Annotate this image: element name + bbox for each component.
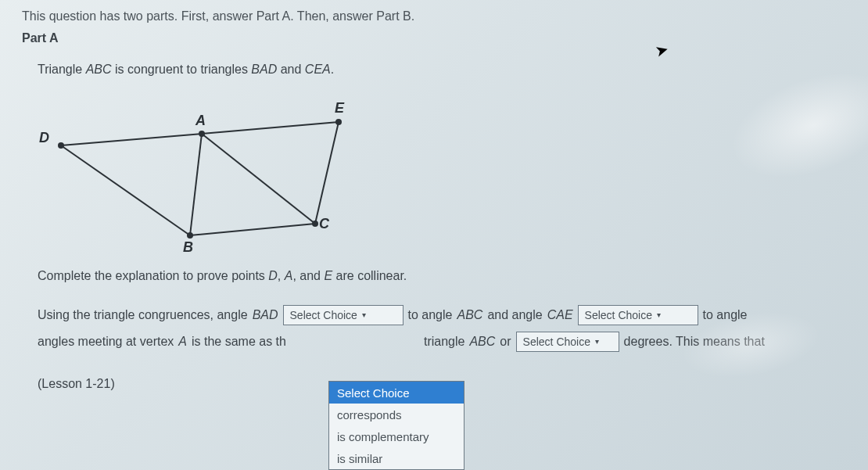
svg-line-1: [202, 122, 339, 134]
vertex-label-c: C: [319, 216, 329, 232]
text: Using the triangle congruences, angle: [38, 302, 248, 328]
point-a: A: [285, 269, 293, 282]
select-1[interactable]: Select Choice ▾: [283, 305, 404, 325]
geometry-figure: D A E B C: [38, 91, 366, 263]
chevron-down-icon: ▾: [362, 302, 366, 328]
text: and angle: [487, 302, 542, 328]
part-a-heading: Part A: [22, 31, 868, 45]
svg-line-6: [315, 122, 339, 224]
svg-line-5: [202, 134, 315, 224]
question-page: This question has two parts. First, answ…: [0, 0, 868, 391]
text: degrees. This means that: [624, 328, 765, 355]
vertex-label-e: E: [335, 100, 344, 117]
dropdown-option-placeholder[interactable]: Select Choice: [329, 382, 464, 404]
text: is congruent to triangles: [112, 63, 252, 76]
explain-prompt: Complete the explanation to prove points…: [38, 269, 868, 283]
text: or: [500, 328, 511, 355]
point-d: D: [268, 269, 278, 282]
select-2-label: Select Choice: [585, 302, 652, 328]
svg-point-10: [187, 232, 193, 239]
point-e: E: [324, 269, 332, 282]
text: , and: [292, 269, 324, 282]
text: to angle: [408, 302, 453, 328]
dropdown-option-similar[interactable]: is similar: [329, 447, 464, 469]
vertex-a: A: [178, 328, 187, 355]
text: Triangle: [38, 63, 86, 76]
chevron-down-icon: ▾: [657, 302, 661, 328]
chevron-down-icon: ▾: [595, 328, 599, 355]
text: and: [277, 63, 305, 76]
angle-abc: ABC: [457, 302, 482, 328]
text: to angle: [703, 302, 748, 328]
angle-cae: CAE: [547, 302, 573, 328]
dropdown-option-complementary[interactable]: is complementary: [329, 425, 464, 447]
select-2[interactable]: Select Choice ▾: [578, 305, 698, 325]
vertex-label-a: A: [195, 113, 206, 129]
vertex-label-b: B: [183, 239, 193, 256]
svg-line-0: [61, 134, 202, 145]
text: is the same as th: [192, 328, 286, 355]
triangle-cea: CEA: [305, 63, 331, 76]
svg-point-8: [199, 131, 205, 137]
triangle-abc-2: ABC: [469, 328, 495, 355]
select-3-dropdown[interactable]: Select Choice corresponds is complementa…: [328, 381, 464, 470]
text: ,: [278, 269, 285, 282]
text: angles meeting at vertex: [38, 328, 174, 355]
dropdown-option-corresponds[interactable]: corresponds: [329, 404, 464, 425]
select-1-label: Select Choice: [290, 302, 357, 328]
svg-point-7: [58, 142, 64, 149]
svg-line-3: [190, 134, 202, 235]
text: .: [331, 63, 334, 76]
select-4-label: Select Choice: [523, 328, 590, 355]
svg-point-11: [312, 221, 318, 227]
select-4[interactable]: Select Choice ▾: [516, 332, 619, 352]
triangle-abc: ABC: [86, 63, 112, 76]
text: triangle: [424, 328, 464, 355]
statement-text: Triangle ABC is congruent to triangles B…: [38, 63, 868, 77]
svg-line-2: [61, 145, 190, 235]
instruction-text: This question has two parts. First, answ…: [22, 9, 868, 23]
fill-line-2: angles meeting at vertex A is the same a…: [38, 328, 868, 355]
triangle-bad: BAD: [251, 63, 277, 76]
text: Complete the explanation to prove points: [38, 269, 268, 282]
svg-point-9: [335, 119, 342, 125]
vertex-label-d: D: [39, 130, 49, 146]
text: are collinear.: [332, 269, 407, 282]
angle-bad: BAD: [253, 302, 278, 328]
fill-line-1: Using the triangle congruences, angle BA…: [38, 302, 868, 328]
fill-in-area: Using the triangle congruences, angle BA…: [38, 302, 868, 355]
svg-line-4: [190, 224, 315, 235]
